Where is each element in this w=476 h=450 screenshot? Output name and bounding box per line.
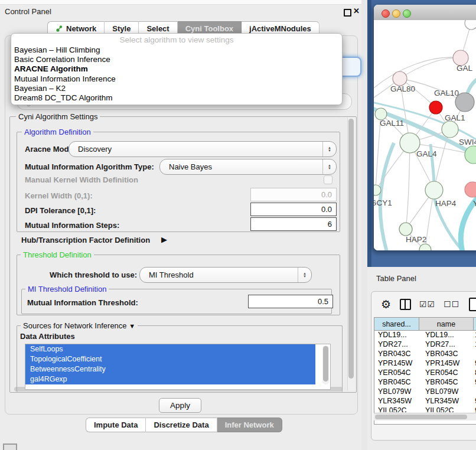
tab-label: Style	[112, 24, 131, 33]
network-node[interactable]	[465, 182, 476, 197]
table-row[interactable]: YDL19...YDL19...13	[374, 331, 476, 340]
table-panel-title: Table Panel	[376, 274, 416, 283]
algorithm-option[interactable]: Mutual Information Inference	[11, 74, 342, 84]
collapse-arrow-icon[interactable]: ▶	[161, 235, 167, 244]
tab-label: Impute Data	[94, 420, 138, 429]
tab-label: Network	[66, 24, 96, 33]
network-view-window: GALGAL80GAL10GAL1GAL11SWI4GAL4GCY1HAP4YH…	[374, 5, 476, 250]
mi-threshold-field[interactable]: 0.5	[248, 295, 333, 308]
table-panel-toolbar: ⚙ ☑☑ ☐☐	[371, 292, 476, 317]
table-row[interactable]: YBR043CYBR043C	[374, 350, 476, 359]
data-attributes-label: Data Attributes	[20, 332, 75, 341]
tab-label: Discretize Data	[154, 420, 208, 429]
control-panel-titlebar: Control Panel ✕	[0, 5, 361, 19]
which-threshold-value: MI Threshold	[149, 270, 298, 279]
table-horizontal-scrollbar[interactable]	[374, 413, 476, 420]
table-row[interactable]: YDR27...YDR27...12	[374, 340, 476, 350]
mi-type-value: Naive Bayes	[169, 162, 322, 171]
stepper-icon: ▲▼	[322, 159, 336, 174]
threshold-definition-title: Threshold Definition	[21, 250, 94, 259]
aracne-mode-combo[interactable]: Discovery ▲▼	[69, 141, 337, 157]
float-window-icon[interactable]	[344, 9, 351, 17]
control-panel-title: Control Panel	[5, 7, 51, 16]
tab-label: Cyni Toolbox	[185, 24, 233, 33]
algorithm-option[interactable]: Dream8 DC_TDC Algorithm	[11, 93, 342, 103]
column-header[interactable]: shared...	[374, 318, 419, 331]
network-node[interactable]	[419, 244, 431, 250]
network-node[interactable]	[374, 185, 381, 195]
table-row[interactable]: YPR145WYPR145W9.	[374, 359, 476, 369]
tab-label: Infer Network	[225, 420, 274, 429]
settings-group-title: Cyni Algorithm Settings	[16, 112, 100, 121]
network-node[interactable]	[442, 121, 458, 138]
minimized-panel-icon[interactable]	[3, 444, 17, 450]
network-canvas[interactable]: GALGAL80GAL10GAL1GAL11SWI4GAL4GCY1HAP4YH…	[374, 20, 476, 250]
column-header[interactable]	[474, 318, 476, 331]
network-node[interactable]	[465, 20, 476, 30]
node-label: GAL1	[445, 113, 465, 122]
network-node[interactable]	[399, 223, 412, 236]
tab-impute-data[interactable]: Impute Data	[86, 418, 146, 432]
tab-discretize-data[interactable]: Discretize Data	[146, 418, 217, 432]
table-row[interactable]: YBR045CYBR045C9.	[374, 378, 476, 387]
data-attributes-list[interactable]: SelfLoopsTopologicalCoefficientBetweenne…	[25, 344, 331, 390]
node-label: GAL80	[390, 84, 415, 93]
mi-type-label: Mutual Information Algorithm Type:	[25, 162, 154, 171]
algorithm-option[interactable]: Basic Correlation Inference	[11, 55, 342, 64]
close-icon[interactable]: ✕	[353, 6, 360, 15]
attribute-list-item[interactable]: BetweennessCentrality	[25, 364, 315, 374]
network-node[interactable]	[429, 101, 442, 114]
table-row[interactable]: YLR345WYLR345W9.	[374, 397, 476, 406]
checked-boxes-icon[interactable]: ☑☑	[419, 299, 435, 309]
network-window-titlebar[interactable]	[374, 5, 476, 21]
column-header[interactable]: name	[419, 318, 474, 331]
mi-threshold-label: Mutual Information Threshold:	[27, 298, 138, 307]
zoom-traffic-light-icon[interactable]	[403, 9, 411, 18]
attribute-list-item[interactable]: TopologicalCoefficient	[25, 354, 315, 364]
file-icon[interactable]	[469, 298, 476, 311]
gear-icon[interactable]: ⚙	[381, 298, 391, 311]
tab-infer-network[interactable]: Infer Network	[217, 418, 282, 432]
mi-steps-field[interactable]: 6	[250, 217, 337, 231]
apply-button[interactable]: Apply	[159, 398, 201, 413]
split-columns-icon[interactable]	[400, 299, 411, 310]
algorithm-option[interactable]: Bayesian – Hill Climbing	[11, 45, 342, 55]
dpi-tolerance-field[interactable]: 0.0	[250, 203, 337, 216]
node-label: HAP4	[435, 199, 457, 208]
network-node[interactable]	[375, 108, 387, 120]
attribute-list-item[interactable]: gal4RGexp	[25, 374, 315, 384]
aracne-mode-value: Discovery	[78, 145, 322, 154]
close-traffic-light-icon[interactable]	[382, 9, 390, 18]
attributes-scrollbar-thumb[interactable]	[323, 346, 328, 381]
sources-title-text[interactable]: Sources for Network Inference	[23, 321, 127, 330]
settings-scrollbar-thumb[interactable]	[348, 119, 354, 379]
tab-label: Select	[146, 24, 169, 33]
control-panel-window: Control Panel ✕ NetworkStyleSelectCyni T…	[0, 0, 361, 439]
mi-steps-label: Mutual Information Steps:	[25, 221, 119, 230]
manual-kernel-checkbox[interactable]	[324, 175, 332, 184]
attribute-list-item[interactable]: SelfLoops	[25, 344, 315, 354]
algorithm-dropdown-items: Bayesian – Hill ClimbingBasic Correlatio…	[11, 45, 342, 103]
mi-type-combo[interactable]: Naive Bayes ▲▼	[159, 159, 337, 175]
network-icon	[56, 25, 63, 32]
table-row[interactable]: YER054CYER054C8.	[374, 369, 476, 378]
which-threshold-combo[interactable]: MI Threshold ▲▼	[139, 267, 312, 283]
table-row[interactable]: YIL052CYIL052C9	[374, 406, 476, 412]
algorithm-definition-title: Algorithm Definition	[22, 128, 93, 136]
node-label: GAL11	[380, 119, 404, 128]
kernel-width-field[interactable]: 0.0	[250, 188, 337, 201]
node-label: HAP2	[406, 235, 426, 244]
table-scrollbar-thumb[interactable]	[375, 415, 467, 419]
algorithm-dropdown-placeholder: Select algorithm to view settings	[11, 34, 342, 45]
network-node[interactable]	[425, 181, 443, 199]
expand-arrow-icon[interactable]: ▼	[129, 322, 135, 330]
network-node[interactable]	[393, 71, 407, 86]
minimize-traffic-light-icon[interactable]	[392, 9, 400, 18]
algorithm-option[interactable]: Bayesian – K2	[11, 84, 342, 93]
table-row[interactable]: YBL079WYBL079W	[374, 387, 476, 397]
tab-label: jActiveMNodules	[249, 24, 311, 33]
hub-definition-label[interactable]: Hub/Transcription Factor Definition	[21, 236, 150, 244]
stepper-icon: ▲▼	[298, 268, 311, 282]
algorithm-option[interactable]: ARACNE Algorithm	[11, 64, 342, 74]
unchecked-boxes-icon[interactable]: ☐☐	[444, 299, 459, 309]
